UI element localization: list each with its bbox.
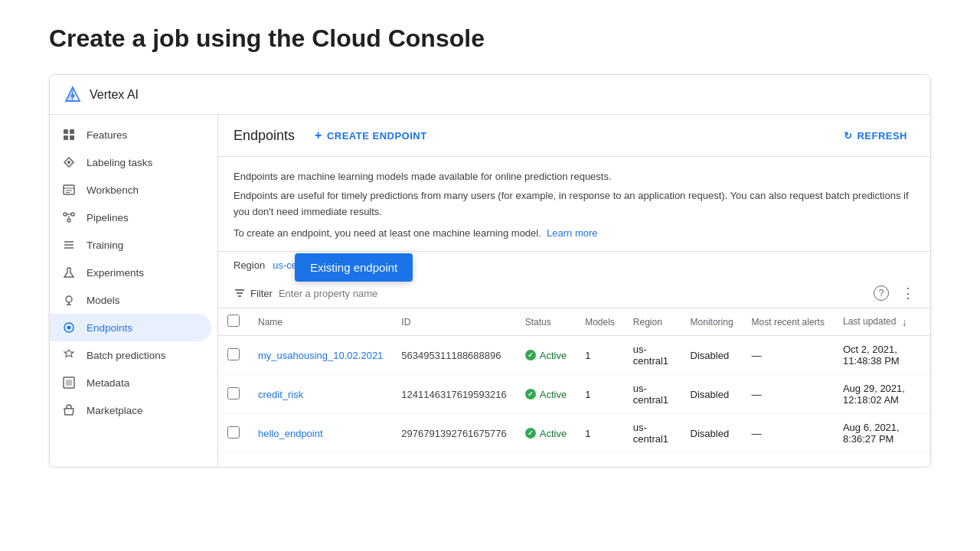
sidebar-item-metadata[interactable]: Metadata: [50, 369, 211, 396]
table-row: hello_endpoint 2976791392761675776 Activ…: [218, 414, 930, 453]
sidebar-item-workbench[interactable]: Workbench: [50, 176, 211, 204]
row-checkbox-cell: [218, 336, 249, 375]
row-checkbox[interactable]: [227, 348, 240, 360]
description-line1: Endpoints are machine learning models ma…: [234, 169, 915, 185]
sidebar-item-endpoints[interactable]: Endpoints: [50, 314, 211, 341]
col-id: ID: [392, 308, 515, 336]
endpoints-title: Endpoints: [234, 128, 295, 144]
plus-icon: +: [315, 129, 322, 142]
cell-monitoring: Disabled: [681, 375, 743, 414]
training-label: Training: [87, 240, 123, 251]
refresh-button[interactable]: ↻ REFRESH: [836, 126, 915, 146]
svg-rect-25: [66, 380, 72, 386]
col-models: Models: [576, 308, 624, 336]
features-label: Features: [87, 129, 127, 141]
cell-name[interactable]: hello_endpoint: [249, 414, 392, 453]
pipelines-label: Pipelines: [87, 212, 129, 223]
sidebar-item-marketplace[interactable]: Marketplace: [50, 396, 211, 424]
existing-endpoint-tooltip: Existing endpoint: [295, 253, 413, 282]
cell-name[interactable]: credit_risk: [249, 375, 392, 414]
cell-last-updated: Aug 29, 2021, 12:18:02 AM: [834, 375, 930, 414]
models-icon: [62, 293, 76, 307]
filter-help-icon[interactable]: ?: [874, 285, 889, 301]
cell-alerts: —: [743, 375, 834, 414]
cell-alerts: —: [743, 414, 834, 453]
region-label: Region: [234, 259, 265, 271]
svg-point-23: [67, 326, 71, 330]
select-all-header: [218, 308, 249, 336]
sidebar-item-batch-predictions[interactable]: Batch predictions: [50, 341, 211, 369]
sidebar-item-pipelines[interactable]: Pipelines: [50, 204, 211, 231]
workbench-icon: [62, 183, 76, 197]
svg-point-13: [71, 213, 74, 216]
vertex-ai-icon: [62, 84, 83, 106]
filter-button[interactable]: Filter: [234, 287, 273, 299]
app-logo: Vertex AI: [62, 84, 139, 106]
metadata-label: Metadata: [87, 377, 129, 389]
description-line3: To create an endpoint, you need at least…: [234, 226, 915, 242]
row-checkbox[interactable]: [227, 426, 240, 439]
row-checkbox-cell: [218, 375, 249, 414]
table-row: my_usahousing_10.02.2021 563495311188688…: [218, 336, 930, 375]
cell-region: us-central1: [624, 336, 681, 375]
marketplace-icon: [62, 403, 76, 417]
svg-point-21: [66, 296, 72, 302]
features-icon: [62, 128, 76, 142]
experiments-label: Experiments: [87, 267, 144, 279]
workbench-label: Workbench: [87, 184, 139, 196]
cell-models: 1: [576, 375, 624, 414]
batch-predictions-label: Batch predictions: [87, 350, 166, 361]
svg-point-14: [67, 219, 70, 222]
page-title: Create a job using the Cloud Console: [0, 0, 980, 74]
cell-status: Active: [516, 414, 576, 453]
col-monitoring: Monitoring: [681, 308, 743, 336]
sidebar-item-experiments[interactable]: Experiments: [50, 259, 211, 286]
sort-icon: ↓: [902, 316, 907, 328]
col-status: Status: [516, 308, 576, 336]
console-window: Vertex AI Features: [49, 74, 931, 468]
description-block: Endpoints are machine learning models ma…: [218, 157, 930, 252]
create-endpoint-button[interactable]: + CREATE ENDPOINT: [307, 124, 435, 147]
batch-icon: [62, 348, 76, 362]
experiments-icon: [62, 266, 76, 279]
svg-rect-4: [70, 129, 74, 134]
learn-more-link[interactable]: Learn more: [547, 227, 597, 239]
sidebar-item-labeling-tasks[interactable]: Labeling tasks: [50, 148, 211, 176]
filter-input[interactable]: [279, 288, 867, 299]
description-line2: Endpoints are useful for timely predicti…: [234, 188, 915, 220]
labeling-icon: [62, 155, 76, 169]
svg-rect-3: [64, 129, 68, 134]
console-header: Vertex AI: [50, 75, 930, 115]
sidebar-item-models[interactable]: Models: [50, 286, 211, 314]
sidebar-item-training[interactable]: Training: [50, 231, 211, 259]
marketplace-label: Marketplace: [87, 405, 143, 416]
sidebar-item-features[interactable]: Features: [50, 121, 211, 148]
region-row: Region us-central1 Existing endpoint: [218, 252, 930, 279]
endpoints-label: Endpoints: [87, 322, 132, 334]
svg-rect-6: [70, 135, 74, 140]
col-last-updated: Last updated ↓: [834, 308, 930, 336]
endpoints-header: Endpoints + CREATE ENDPOINT ↻ REFRESH: [218, 115, 930, 157]
app-name-label: Vertex AI: [90, 88, 139, 102]
models-label: Models: [87, 295, 120, 306]
endpoints-icon: [62, 321, 76, 334]
console-body: Features Labeling tasks: [50, 115, 930, 467]
row-checkbox-cell: [218, 414, 249, 453]
training-icon: [62, 238, 76, 252]
svg-point-12: [64, 213, 67, 216]
cell-last-updated: Aug 6, 2021, 8:36:27 PM: [834, 414, 930, 453]
row-checkbox[interactable]: [227, 387, 240, 399]
main-content: Endpoints + CREATE ENDPOINT ↻ REFRESH En…: [218, 115, 930, 467]
sidebar: Features Labeling tasks: [50, 115, 218, 467]
cell-name[interactable]: my_usahousing_10.02.2021: [249, 336, 392, 375]
cell-monitoring: Disabled: [681, 414, 743, 453]
filter-icon: [234, 287, 246, 299]
more-options-icon[interactable]: ⋮: [901, 285, 915, 302]
select-all-checkbox[interactable]: [227, 315, 240, 327]
refresh-icon: ↻: [844, 130, 853, 142]
cell-id: 563495311188688896: [392, 336, 515, 375]
svg-rect-8: [64, 185, 74, 194]
svg-rect-5: [64, 135, 68, 140]
pipelines-icon: [62, 210, 76, 224]
filter-row: Filter ? ⋮: [218, 279, 930, 308]
